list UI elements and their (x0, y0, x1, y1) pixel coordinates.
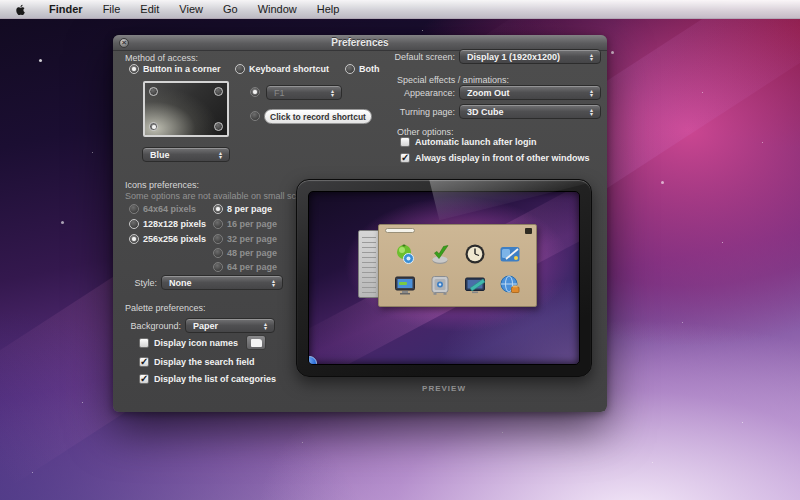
checkbox-icon (139, 374, 149, 384)
radio-both[interactable]: Both (345, 64, 380, 74)
method-of-access-label: Method of access: (125, 53, 198, 63)
apple-logo-icon[interactable] (14, 3, 27, 16)
radio-icon (213, 248, 223, 258)
radio-size-128[interactable]: 128x128 pixels (129, 219, 206, 229)
preview-monitor (296, 179, 592, 377)
checkbox-label: Automatic launch after login (415, 137, 537, 147)
menu-item-help[interactable]: Help (307, 0, 350, 18)
radio-icon (250, 87, 260, 97)
corner-radio-top-right[interactable] (214, 87, 223, 96)
menu-item-edit[interactable]: Edit (130, 0, 169, 18)
radio-label: 64x64 pixels (143, 204, 196, 214)
style-value: None (169, 278, 269, 288)
corner-radio-top-left[interactable] (149, 87, 158, 96)
radio-icon (213, 234, 223, 244)
turning-page-select[interactable]: 3D Cube ▴▾ (459, 104, 601, 119)
popup-arrows-icon: ▴▾ (587, 108, 596, 116)
shortcut-key-select[interactable]: F1 ▴▾ (266, 85, 342, 100)
radio-48-per-page[interactable]: 48 per page (213, 248, 277, 258)
radio-label: 128x128 pixels (143, 219, 206, 229)
radio-label: 256x256 pixels (143, 234, 206, 244)
radio-icon (129, 234, 139, 244)
radio-label: 8 per page (227, 204, 272, 214)
default-screen-select[interactable]: Display 1 (1920x1200) ▴▾ (459, 49, 601, 64)
radio-size-256[interactable]: 256x256 pixels (129, 234, 206, 244)
checkbox-label: Always display in front of other windows (415, 153, 590, 163)
corner-color-select[interactable]: Blue ▴▾ (142, 147, 230, 162)
radio-icon (235, 64, 245, 74)
radio-icon (250, 111, 260, 121)
radio-8-per-page[interactable]: 8 per page (213, 204, 272, 214)
appearance-value: Zoom Out (467, 88, 587, 98)
radio-icon (345, 64, 355, 74)
menu-item-window[interactable]: Window (248, 0, 307, 18)
background-label: Background: (130, 321, 181, 331)
radio-button-in-corner[interactable]: Button in a corner (129, 64, 221, 74)
corner-picker (143, 81, 229, 137)
turning-page-label: Turning page: (400, 107, 455, 117)
checkbox-display-list-categories[interactable]: Display the list of categories (139, 374, 276, 384)
corner-radio-bottom-left[interactable] (149, 122, 158, 131)
checkbox-label: Display the search field (154, 357, 255, 367)
corner-radio-bottom-right[interactable] (214, 122, 223, 131)
appearance-label: Appearance: (404, 88, 455, 98)
radio-icon (213, 204, 223, 214)
radio-32-per-page[interactable]: 32 per page (213, 234, 277, 244)
palette-preferences-label: Palette preferences: (125, 303, 206, 313)
style-label: Style: (134, 278, 157, 288)
turning-page-value: 3D Cube (467, 107, 587, 117)
mini-close-icon (525, 228, 532, 234)
radio-64-per-page[interactable]: 64 per page (213, 262, 277, 272)
menu-item-finder[interactable]: Finder (39, 0, 93, 18)
icons-preferences-label: Icons preferences: (125, 180, 199, 190)
icon-names-style-button[interactable] (246, 335, 266, 350)
popup-arrows-icon: ▴▾ (587, 89, 596, 97)
radio-label: 16 per page (227, 219, 277, 229)
checkbox-icon (400, 137, 410, 147)
radio-label: Keyboard shortcut (249, 64, 329, 74)
checkbox-display-icon-names[interactable]: Display icon names (139, 338, 238, 348)
radio-label: Button in a corner (143, 64, 221, 74)
checkbox-label: Display the list of categories (154, 374, 276, 384)
special-effects-label: Special effects / animations: (397, 75, 509, 85)
desktop: Finder File Edit View Go Window Help × P… (0, 0, 800, 500)
menu-item-go[interactable]: Go (213, 0, 248, 18)
preview-caption: PREVIEW (296, 384, 592, 393)
appearance-select[interactable]: Zoom Out ▴▾ (459, 85, 601, 100)
mini-search-field (385, 228, 415, 233)
background-select[interactable]: Paper ▴▾ (185, 318, 275, 333)
checkbox-display-search-field[interactable]: Display the search field (139, 357, 255, 367)
checkbox-label: Display icon names (154, 338, 238, 348)
default-screen-label: Default screen: (394, 52, 455, 62)
palette-icon-grid (387, 238, 528, 300)
radio-icon (129, 204, 139, 214)
radio-size-64[interactable]: 64x64 pixels (129, 204, 196, 214)
checkbox-icon (139, 338, 149, 348)
preferences-window: × Preferences Method of access: Button i… (113, 35, 607, 412)
radio-icon (129, 219, 139, 229)
record-shortcut-button[interactable]: Click to record shortcut (264, 109, 372, 124)
popup-arrows-icon: ▴▾ (269, 279, 278, 287)
menu-item-view[interactable]: View (169, 0, 213, 18)
radio-label: 48 per page (227, 248, 277, 258)
radio-label: 32 per page (227, 234, 277, 244)
checkmark-icon (429, 243, 451, 265)
radio-shortcut-key[interactable] (250, 87, 260, 97)
checkbox-icon (139, 357, 149, 367)
radio-keyboard-shortcut[interactable]: Keyboard shortcut (235, 64, 329, 74)
checkbox-icon (400, 153, 410, 163)
icons-preferences-note: Some options are not available on small … (125, 191, 319, 201)
menu-item-file[interactable]: File (93, 0, 131, 18)
popup-arrows-icon: ▴▾ (216, 151, 225, 159)
checkbox-always-in-front[interactable]: Always display in front of other windows (400, 153, 590, 163)
radio-16-per-page[interactable]: 16 per page (213, 219, 277, 229)
popup-arrows-icon: ▴▾ (328, 89, 337, 97)
checkbox-automatic-launch[interactable]: Automatic launch after login (400, 137, 537, 147)
popup-arrows-icon: ▴▾ (261, 322, 270, 330)
menu-bar: Finder File Edit View Go Window Help (0, 0, 800, 19)
radio-label: 64 per page (227, 262, 277, 272)
style-select[interactable]: None ▴▾ (161, 275, 283, 290)
display-colors-icon (394, 274, 416, 296)
radio-record-shortcut[interactable] (250, 111, 260, 121)
close-icon[interactable]: × (119, 38, 129, 48)
